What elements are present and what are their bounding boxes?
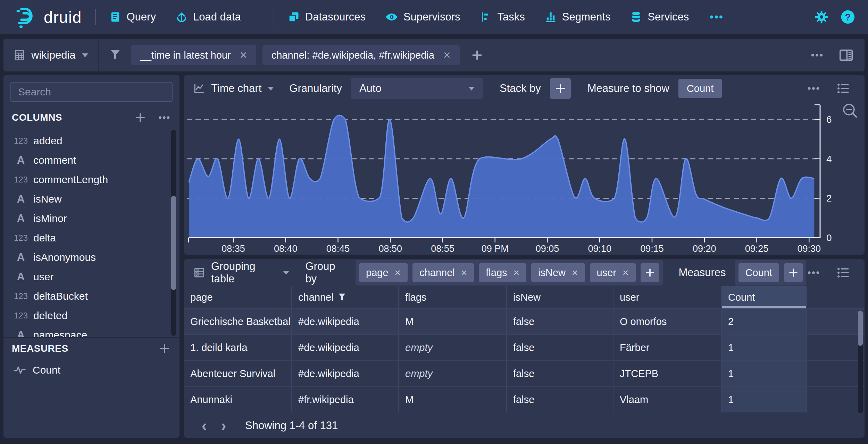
column-name: delta xyxy=(33,232,56,244)
nav-item-segments[interactable]: Segments xyxy=(544,11,611,23)
nav-item-query[interactable]: Query xyxy=(109,11,156,23)
add-measure-button[interactable] xyxy=(158,342,171,355)
nav-divider xyxy=(274,9,274,25)
chart-list-menu-icon[interactable] xyxy=(835,81,851,96)
nav-item-services[interactable]: Services xyxy=(630,11,689,23)
add-column-button[interactable] xyxy=(134,111,147,124)
add-measure-chip-button[interactable] xyxy=(784,263,803,282)
chart-more-icon[interactable] xyxy=(806,81,821,96)
remove-group-icon[interactable]: × xyxy=(461,267,467,278)
sidebar-scrollbar-thumb[interactable] xyxy=(171,196,176,290)
nav-more-icon[interactable] xyxy=(708,9,724,25)
druid-logo-icon xyxy=(14,4,40,30)
pagination: ‹ › Showing 1-4 of 131 xyxy=(184,413,865,438)
column-item-namespace[interactable]: Anamespace xyxy=(3,325,180,337)
druid-logo[interactable]: druid xyxy=(14,4,82,30)
column-header-Count[interactable]: Count xyxy=(722,286,807,308)
remove-filter-icon[interactable]: × xyxy=(240,49,247,61)
pulse-icon xyxy=(13,364,26,377)
group-chip-label: channel xyxy=(419,267,455,279)
group-chip-label: flags xyxy=(486,267,507,279)
column-item-comment[interactable]: Acomment xyxy=(3,151,180,170)
table-list-menu-icon[interactable] xyxy=(835,265,851,280)
table-row[interactable]: Anunnaki#fr.wikipediaMfalseVlaam1 xyxy=(184,386,865,412)
columns-more-icon[interactable] xyxy=(157,111,171,125)
table-row[interactable]: 1. deild karla#de.wikipediaemptyfalseFär… xyxy=(184,334,865,360)
group-chip-channel[interactable]: channel× xyxy=(412,263,474,282)
remove-group-icon[interactable]: × xyxy=(623,267,629,278)
table-row[interactable]: Abenteuer Survival#de.wikipediaemptyfals… xyxy=(184,360,865,386)
column-item-isAnonymous[interactable]: AisAnonymous xyxy=(3,248,180,267)
table-scrollbar[interactable] xyxy=(858,310,863,413)
granularity-select[interactable]: Auto xyxy=(351,78,483,99)
table-cell: false xyxy=(507,335,614,360)
nav-item-datasources[interactable]: Datasources xyxy=(287,11,366,23)
svg-text:08:35: 08:35 xyxy=(222,244,245,254)
next-page-button[interactable]: › xyxy=(214,413,233,438)
nav-item-tasks[interactable]: Tasks xyxy=(480,11,525,23)
table-more-icon[interactable] xyxy=(806,265,821,280)
measure-item-count[interactable]: Count xyxy=(3,359,180,381)
zoom-out-icon[interactable] xyxy=(844,104,856,117)
column-name: user xyxy=(33,271,53,283)
column-name: namespace xyxy=(33,329,87,337)
table-row[interactable]: Griechische Basketballn#de.wikipediaMfal… xyxy=(184,308,865,334)
column-header-page[interactable]: page xyxy=(184,286,292,308)
add-filter-button[interactable] xyxy=(470,48,484,62)
search-input[interactable] xyxy=(18,86,165,98)
column-header-user[interactable]: user xyxy=(614,286,722,308)
column-item-isMinor[interactable]: AisMinor xyxy=(3,209,180,228)
remove-filter-icon[interactable]: × xyxy=(443,49,451,61)
nav-item-supervisors[interactable]: Supervisors xyxy=(385,10,460,24)
table-viz-type-label[interactable]: Grouping table xyxy=(211,260,277,285)
remove-group-icon[interactable]: × xyxy=(395,267,401,278)
stack-by-add-button[interactable] xyxy=(550,78,571,99)
group-chip-page[interactable]: page× xyxy=(359,263,408,282)
svg-text:08:50: 08:50 xyxy=(378,244,402,254)
column-header-label: user xyxy=(620,292,639,303)
group-chip-flags[interactable]: flags× xyxy=(479,263,526,282)
grouping-table-icon xyxy=(193,266,206,279)
column-item-deleted[interactable]: 123deleted xyxy=(3,306,180,325)
group-chip-isNew[interactable]: isNew× xyxy=(531,263,585,282)
viz-type-caret-icon[interactable] xyxy=(268,87,274,91)
nav-item-load-data[interactable]: Load data xyxy=(175,11,241,23)
column-item-isNew[interactable]: AisNew xyxy=(3,189,180,209)
group-chip-label: page xyxy=(366,267,389,279)
column-item-commentLength[interactable]: 123commentLength xyxy=(3,170,180,189)
number-type-icon: 123 xyxy=(12,233,30,243)
measure-to-show-chip[interactable]: Count xyxy=(678,79,722,98)
remove-group-icon[interactable]: × xyxy=(572,267,578,278)
measure-to-show-label: Measure to show xyxy=(587,82,669,95)
column-item-delta[interactable]: 123delta xyxy=(3,228,180,248)
svg-text:0: 0 xyxy=(826,232,832,243)
filter-bar-more-icon[interactable] xyxy=(810,48,824,62)
column-item-deltaBucket[interactable]: 123deltaBucket xyxy=(3,287,180,306)
column-header-flags[interactable]: flags xyxy=(399,286,507,308)
group-chip-user[interactable]: user× xyxy=(590,263,636,282)
time-chart-canvas[interactable]: 08:3508:4008:4508:5008:5509 PM09:0509:10… xyxy=(184,102,865,255)
settings-gear-icon[interactable] xyxy=(814,9,829,25)
right-panel-toggle-icon[interactable] xyxy=(838,47,854,63)
column-item-user[interactable]: Auser xyxy=(3,267,180,287)
help-icon[interactable]: ? xyxy=(840,9,856,25)
column-item-added[interactable]: 123added xyxy=(3,131,180,151)
column-header-isNew[interactable]: isNew xyxy=(507,286,614,308)
measure-chip-count[interactable]: Count xyxy=(738,263,779,282)
table-cell: 1. deild karla xyxy=(184,335,292,360)
remove-group-icon[interactable]: × xyxy=(514,267,520,278)
filter-chip[interactable]: channel: #de.wikipedia, #fr.wikipedia× xyxy=(262,45,460,65)
viz-type-label[interactable]: Time chart xyxy=(211,82,261,95)
table-viz-caret-icon[interactable] xyxy=(283,271,289,275)
svg-text:09:30: 09:30 xyxy=(797,244,821,254)
prev-page-button[interactable]: ‹ xyxy=(194,413,214,438)
filter-chip[interactable]: __time in latest hour× xyxy=(131,45,256,65)
add-group-by-button[interactable] xyxy=(641,263,659,282)
table-cell: false xyxy=(507,361,614,386)
table-header-row: pagechannelflagsisNewuserCount xyxy=(184,286,865,308)
datasource-selector[interactable]: wikipedia xyxy=(3,39,98,71)
column-header-channel[interactable]: channel xyxy=(292,286,399,308)
measures-section: MEASURES Count xyxy=(3,337,180,438)
sidebar-scrollbar[interactable] xyxy=(171,130,176,336)
datasources-icon xyxy=(287,11,300,23)
